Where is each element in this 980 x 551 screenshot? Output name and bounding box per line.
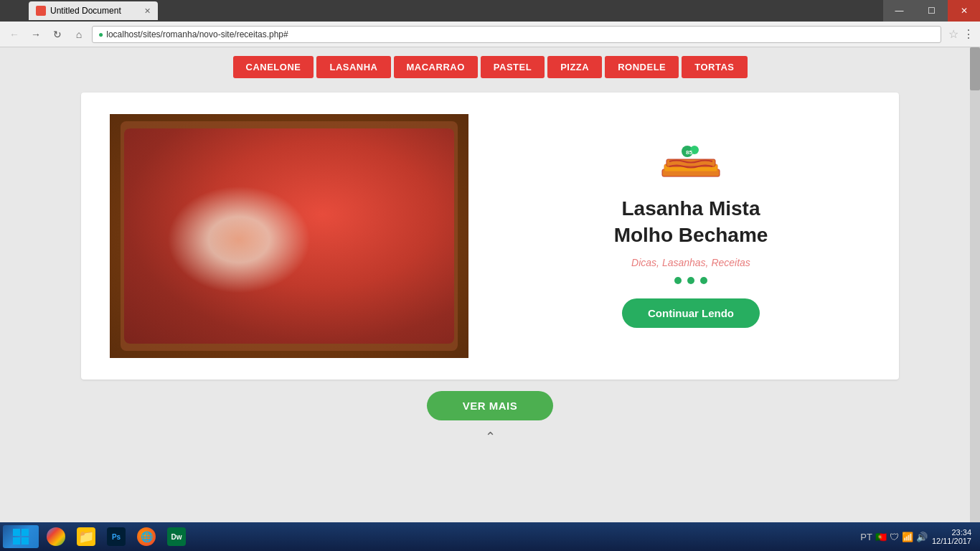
url-text: localhost/sites/romanha/novo-site/receit… bbox=[106, 29, 288, 39]
start-button[interactable] bbox=[3, 525, 39, 548]
card-right-panel: 85 Lasanha Mista Molho Bechame Dicas, La… bbox=[512, 144, 870, 328]
scrollbar-thumb[interactable] bbox=[970, 47, 980, 90]
svg-text:85: 85 bbox=[686, 149, 692, 156]
recipe-image bbox=[110, 114, 468, 358]
basil-decoration bbox=[240, 184, 312, 245]
svg-rect-0 bbox=[110, 114, 468, 358]
language-indicator: PT bbox=[860, 532, 872, 542]
taskbar: 📁 Ps 🌐 Dw PT 🇵🇹 🛡 📶 🔊 23:34 12/11/2017 bbox=[0, 522, 980, 551]
chrome-icon bbox=[47, 527, 65, 546]
nav-item-pastel[interactable]: PASTEL bbox=[481, 56, 545, 78]
clock-date: 12/11/2017 bbox=[932, 537, 971, 545]
svg-rect-1 bbox=[121, 121, 458, 351]
nav-item-macarrao[interactable]: MACARRAO bbox=[394, 56, 478, 78]
indicator-dots bbox=[674, 277, 707, 284]
svg-rect-23 bbox=[22, 529, 29, 536]
security-icon: 🛡 bbox=[890, 532, 899, 542]
nav-menu: CANELONE LASANHA MACARRAO PASTEL PIZZA R… bbox=[0, 50, 980, 84]
ver-mais-button[interactable]: VER MAIS bbox=[427, 391, 554, 420]
nav-item-tortas[interactable]: TORTAS bbox=[682, 56, 747, 78]
browser-toolbar: ← → ↻ ⌂ ● localhost/sites/romanha/novo-s… bbox=[0, 22, 980, 47]
flag-icon: 🇵🇹 bbox=[875, 532, 887, 542]
address-bar[interactable]: ● localhost/sites/romanha/novo-site/rece… bbox=[92, 26, 941, 43]
recipe-icon-svg: 85 bbox=[659, 144, 723, 187]
scroll-arrow: ⌃ bbox=[0, 429, 980, 445]
recipe-image-svg bbox=[110, 114, 468, 358]
photoshop-icon: Ps bbox=[107, 527, 126, 546]
minimize-button[interactable]: — bbox=[883, 0, 915, 22]
nav-item-canelone[interactable]: CANELONE bbox=[233, 56, 314, 78]
svg-rect-15 bbox=[128, 128, 133, 344]
taskbar-right: PT 🇵🇹 🛡 📶 🔊 23:34 12/11/2017 bbox=[860, 528, 977, 545]
svg-line-13 bbox=[275, 193, 289, 197]
svg-line-12 bbox=[260, 193, 275, 229]
ver-mais-container: VER MAIS bbox=[0, 391, 980, 420]
svg-point-5 bbox=[318, 204, 390, 254]
forward-button[interactable]: → bbox=[27, 26, 44, 43]
folder-icon: 📁 bbox=[77, 527, 95, 546]
svg-point-6 bbox=[232, 236, 275, 265]
svg-rect-22 bbox=[13, 529, 20, 536]
recipe-title-block: Lasanha Mista Molho Bechame bbox=[614, 196, 768, 248]
photoshop-app-button[interactable]: Ps bbox=[102, 524, 131, 549]
recipe-card: 85 Lasanha Mista Molho Bechame Dicas, La… bbox=[81, 93, 899, 380]
reload-button[interactable]: ↻ bbox=[49, 26, 66, 43]
firefox-app-button[interactable]: 🌐 bbox=[132, 524, 161, 549]
volume-icon: 🔊 bbox=[916, 532, 928, 542]
back-button[interactable]: ← bbox=[6, 26, 23, 43]
close-button[interactable]: ✕ bbox=[948, 0, 980, 22]
nav-item-lasanha[interactable]: LASANHA bbox=[316, 56, 390, 78]
recipe-subtitle: Dicas, Lasanhas, Receitas bbox=[631, 257, 750, 268]
taskbar-apps: 📁 Ps 🌐 Dw bbox=[42, 524, 191, 549]
chrome-app-button[interactable] bbox=[42, 524, 70, 549]
page-content: CANELONE LASANHA MACARRAO PASTEL PIZZA R… bbox=[0, 47, 980, 551]
browser-chrome: Untitled Document ✕ — ☐ ✕ bbox=[0, 0, 980, 22]
tab-close-button[interactable]: ✕ bbox=[144, 6, 151, 16]
browser-tab[interactable]: Untitled Document ✕ bbox=[29, 1, 158, 20]
firefox-icon: 🌐 bbox=[137, 527, 156, 546]
svg-point-11 bbox=[252, 214, 291, 242]
continuar-lendo-button[interactable]: Continuar Lendo bbox=[622, 298, 760, 328]
svg-point-9 bbox=[269, 187, 312, 214]
recipe-title-line1: Lasanha Mista bbox=[614, 196, 768, 222]
dreamweaver-app-button[interactable]: Dw bbox=[162, 524, 191, 549]
svg-point-10 bbox=[253, 210, 286, 245]
windows-logo-icon bbox=[12, 528, 29, 545]
nav-item-rondele[interactable]: RONDELE bbox=[605, 56, 679, 78]
maximize-button[interactable]: ☐ bbox=[915, 0, 948, 22]
svg-point-7 bbox=[314, 266, 350, 292]
svg-point-4 bbox=[196, 258, 282, 315]
dreamweaver-icon: Dw bbox=[167, 527, 186, 546]
nav-item-pizza[interactable]: PIZZA bbox=[547, 56, 602, 78]
network-icon: 📶 bbox=[902, 532, 913, 542]
tab-title: Untitled Document bbox=[50, 6, 121, 16]
dot-3 bbox=[700, 277, 707, 284]
clock-time: 23:34 bbox=[932, 528, 971, 537]
scrollbar[interactable] bbox=[970, 47, 980, 551]
dot-2 bbox=[687, 277, 694, 284]
clock: 23:34 12/11/2017 bbox=[932, 528, 971, 545]
window-controls: — ☐ ✕ bbox=[883, 0, 980, 22]
svg-point-3 bbox=[232, 215, 361, 301]
menu-button[interactable]: ⋮ bbox=[963, 27, 974, 41]
svg-rect-14 bbox=[128, 128, 451, 134]
bookmark-button[interactable]: ☆ bbox=[948, 27, 958, 41]
svg-rect-2 bbox=[128, 128, 451, 344]
folder-app-button[interactable]: 📁 bbox=[72, 524, 100, 549]
svg-point-8 bbox=[240, 184, 296, 231]
tab-favicon bbox=[36, 6, 46, 16]
svg-rect-24 bbox=[13, 537, 20, 545]
lock-icon: ● bbox=[98, 29, 103, 39]
dot-1 bbox=[674, 277, 682, 284]
system-tray: PT 🇵🇹 🛡 📶 🔊 bbox=[860, 532, 928, 542]
svg-rect-25 bbox=[22, 537, 29, 545]
home-button[interactable]: ⌂ bbox=[70, 26, 88, 43]
recipe-title-line2: Molho Bechame bbox=[614, 222, 768, 248]
